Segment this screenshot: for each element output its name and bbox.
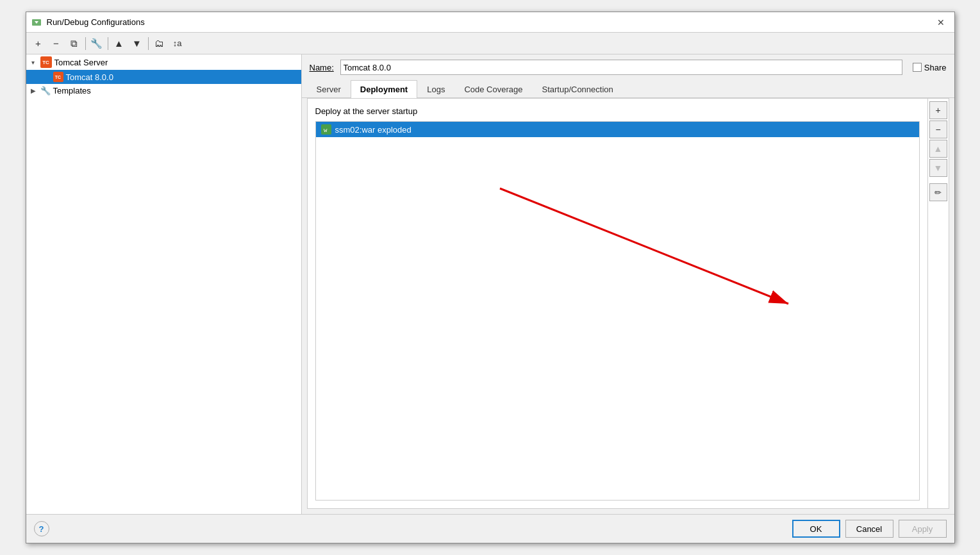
apply-button[interactable]: Apply [899,520,947,538]
tree-arrow-tomcat-server: ▾ [29,59,38,66]
templates-icon: 🔧 [40,86,51,95]
tab-deployment[interactable]: Deployment [351,80,417,98]
tree-item-templates[interactable]: ▶ 🔧 Templates [26,84,301,97]
sort-button[interactable]: ↕a [169,35,186,52]
toolbar-separator-2 [108,37,108,50]
toolbar-separator-3 [148,37,149,50]
name-label: Name: [310,63,335,72]
share-area: Share [913,63,947,72]
tab-logs[interactable]: Logs [417,80,454,98]
toolbar-separator-1 [85,37,86,50]
tab-content: Deploy at the server startup w ssm02:war… [307,98,949,509]
folder-button[interactable]: 🗂 [151,35,168,52]
deploy-item-label-ssm02: ssm02:war exploded [335,125,411,135]
tree-label-templates: Templates [53,86,91,95]
tab-startup-connection[interactable]: Startup/Connection [532,80,622,98]
name-input[interactable] [340,60,902,75]
run-debug-dialog: Run/Debug Configurations ✕ + − ⧉ 🔧 ▲ ▼ 🗂… [26,12,955,543]
edit-icon: ✏ [934,188,942,197]
remove-config-button[interactable]: − [48,35,65,52]
share-checkbox[interactable] [913,63,922,72]
left-panel: ▾ TC Tomcat Server TC Tomcat 8.0.0 ▶ 🔧 T… [26,54,302,514]
tomcat-800-icon: TC [53,72,63,82]
tomcat-server-icon: TC [40,56,52,68]
help-button[interactable]: ? [34,521,49,536]
deploy-area: Deploy at the server startup w ssm02:war… [308,99,927,508]
deploy-list: w ssm02:war exploded [315,121,920,501]
deploy-add-button[interactable]: + [929,101,947,119]
svg-text:w: w [324,127,328,133]
name-row: Name: Share [302,54,954,80]
tree-arrow-templates: ▶ [29,87,38,94]
tab-server[interactable]: Server [307,80,351,98]
move-up-button[interactable]: ▲ [111,35,128,52]
deploy-down-button[interactable]: ▼ [929,159,947,177]
ok-button[interactable]: OK [792,520,840,538]
share-label: Share [924,63,947,72]
deploy-edit-button[interactable]: ✏ [929,183,947,201]
tree-item-tomcat-server[interactable]: ▾ TC Tomcat Server [26,54,301,70]
dialog-icon [31,17,42,28]
deploy-section-label: Deploy at the server startup [315,106,920,116]
title-bar: Run/Debug Configurations ✕ [26,12,954,33]
bottom-bar: ? OK Cancel Apply [26,514,954,543]
tree-item-tomcat-800[interactable]: TC Tomcat 8.0.0 [26,70,301,84]
deploy-up-button[interactable]: ▲ [929,140,947,158]
add-config-button[interactable]: + [30,35,47,52]
close-button[interactable]: ✕ [933,15,949,29]
move-down-button[interactable]: ▼ [129,35,145,52]
deploy-item-icon-ssm02: w [321,124,331,135]
toolbar: + − ⧉ 🔧 ▲ ▼ 🗂 ↕a [26,33,954,54]
tab-bar: Server Deployment Logs Code Coverage Sta… [302,80,954,98]
main-content: ▾ TC Tomcat Server TC Tomcat 8.0.0 ▶ 🔧 T… [26,54,954,514]
right-panel: Name: Share Server Deployment Logs Code … [302,54,954,514]
tree-label-tomcat-800: Tomcat 8.0.0 [66,72,113,82]
copy-config-button[interactable]: ⧉ [66,35,83,52]
settings-button[interactable]: 🔧 [88,35,105,52]
dialog-title: Run/Debug Configurations [47,17,927,27]
tree-label-tomcat-server: Tomcat Server [54,58,108,67]
tab-code-coverage[interactable]: Code Coverage [454,80,532,98]
deploy-list-item-ssm02[interactable]: w ssm02:war exploded [316,122,919,137]
cancel-button[interactable]: Cancel [845,520,893,538]
side-buttons: + − ▲ ▼ ✏ [927,99,949,508]
deploy-remove-button[interactable]: − [929,120,947,138]
